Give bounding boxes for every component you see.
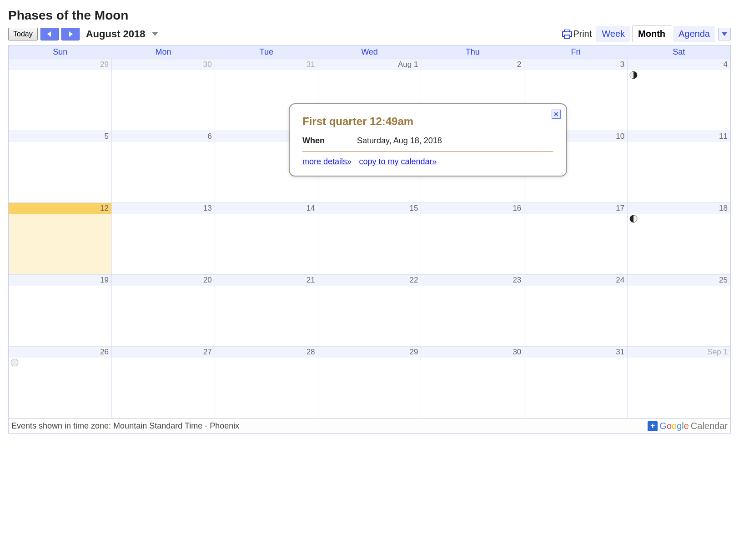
view-week-button[interactable]: Week [596, 26, 630, 42]
day-cell[interactable]: 6 [112, 131, 215, 203]
page-title: Phases of the Moon [8, 8, 731, 23]
svg-marker-6 [722, 32, 727, 36]
day-cell[interactable]: 11 [628, 131, 730, 203]
options-dropdown-button[interactable] [718, 28, 731, 40]
day-cell[interactable]: 15 [318, 203, 422, 275]
svg-marker-0 [47, 31, 51, 37]
day-number: 29 [9, 59, 111, 70]
day-number: 22 [318, 275, 421, 286]
day-cell[interactable]: 17 [524, 203, 628, 275]
moon-full-icon [10, 358, 19, 367]
month-dropdown[interactable] [152, 30, 158, 38]
calendar-text: Calendar [691, 421, 728, 431]
day-number: 23 [421, 275, 524, 286]
dow-cell: Mon [112, 45, 215, 59]
day-of-week-header: SunMonTueWedThuFriSat [9, 45, 730, 59]
dow-cell: Sat [627, 45, 730, 59]
day-cell[interactable]: 31 [524, 347, 628, 419]
popup-title: First quarter 12:49am [302, 115, 553, 128]
timezone-label: Events shown in time zone: Mountain Stan… [11, 421, 239, 431]
day-cell[interactable]: 23 [421, 275, 524, 347]
chevron-left-icon [47, 31, 52, 37]
day-number: 3 [524, 59, 627, 70]
day-cell[interactable]: 30 [421, 347, 524, 419]
day-cell[interactable]: 28 [215, 347, 318, 419]
svg-marker-2 [152, 32, 158, 36]
day-number: 26 [9, 347, 111, 358]
view-month-button[interactable]: Month [632, 25, 671, 42]
day-number: 25 [628, 275, 730, 286]
day-cell[interactable]: 25 [628, 275, 730, 347]
popup-when-row: When Saturday, Aug 18, 2018 [302, 136, 553, 146]
prev-month-button[interactable] [40, 28, 59, 40]
toolbar-left: Today August 2018 [8, 28, 158, 40]
moon-event[interactable] [629, 71, 638, 81]
day-cell[interactable]: 13 [112, 203, 215, 275]
toolbar-right: Print Week Month Agenda [562, 25, 731, 42]
day-cell[interactable]: 29 [318, 347, 422, 419]
day-number: 30 [421, 347, 524, 358]
chevron-down-icon [722, 32, 727, 36]
day-cell[interactable]: Sep 1 [628, 347, 730, 419]
google-calendar-badge[interactable]: + Google Calendar [648, 421, 728, 431]
day-number: 12 [9, 203, 111, 214]
day-cell[interactable]: 21 [215, 275, 318, 347]
view-agenda-button[interactable]: Agenda [673, 26, 715, 42]
close-icon: ✕ [553, 111, 559, 118]
more-details-link[interactable]: more details» [302, 157, 352, 166]
day-cell[interactable]: 24 [524, 275, 628, 347]
calendar: SunMonTueWedThuFriSat 293031Aug 12345678… [8, 45, 731, 434]
moon-first-quarter-icon [629, 215, 638, 223]
day-number: 29 [318, 347, 421, 358]
day-cell[interactable]: 14 [215, 203, 318, 275]
day-number: 31 [215, 59, 318, 70]
day-cell[interactable]: 26 [9, 347, 112, 419]
printer-icon [562, 30, 572, 39]
svg-point-9 [11, 359, 18, 366]
day-number: 5 [9, 131, 111, 142]
popup-close-button[interactable]: ✕ [552, 110, 561, 119]
day-cell[interactable]: 20 [112, 275, 215, 347]
day-cell[interactable]: 5 [9, 131, 112, 203]
day-cell[interactable]: 27 [112, 347, 215, 419]
moon-event[interactable] [629, 215, 638, 225]
calendar-footer: Events shown in time zone: Mountain Stan… [9, 419, 730, 433]
day-number: 17 [524, 203, 627, 214]
plus-icon: + [648, 421, 658, 431]
popup-when-label: When [302, 136, 357, 146]
print-button[interactable]: Print [562, 29, 592, 39]
next-month-button[interactable] [61, 28, 80, 40]
week-row: 19202122232425 [9, 275, 730, 347]
chevron-down-icon [152, 32, 158, 36]
google-logo: Google [659, 421, 689, 431]
popup-separator [302, 151, 553, 151]
day-number: 2 [421, 59, 524, 70]
day-number: 21 [215, 275, 318, 286]
moon-event[interactable] [10, 358, 19, 368]
day-cell[interactable]: 18 [628, 203, 730, 275]
month-label: August 2018 [86, 28, 146, 40]
day-cell[interactable]: 30 [112, 59, 215, 131]
day-cell[interactable]: 12 [9, 203, 112, 275]
day-cell[interactable]: 19 [9, 275, 112, 347]
day-number: 15 [318, 203, 421, 214]
day-number: 24 [524, 275, 627, 286]
day-cell[interactable]: 22 [318, 275, 422, 347]
dow-cell: Thu [421, 45, 524, 59]
copy-to-calendar-link[interactable]: copy to my calendar» [359, 157, 437, 166]
print-label: Print [573, 29, 592, 39]
day-number: 20 [112, 275, 215, 286]
week-row: 12131415161718 [9, 203, 730, 275]
day-number: 30 [112, 59, 215, 70]
dow-cell: Sun [9, 45, 112, 59]
day-cell[interactable]: 16 [421, 203, 524, 275]
day-cell[interactable]: 29 [9, 59, 112, 131]
day-cell[interactable]: 4 [628, 59, 730, 131]
today-button[interactable]: Today [8, 28, 38, 40]
dow-cell: Wed [318, 45, 421, 59]
toolbar: Today August 2018 Print Week Month Agend… [8, 25, 731, 42]
day-number: 19 [9, 275, 111, 286]
event-popup: ✕ First quarter 12:49am When Saturday, A… [289, 103, 567, 177]
popup-when-value: Saturday, Aug 18, 2018 [357, 136, 442, 146]
svg-marker-1 [69, 31, 73, 37]
